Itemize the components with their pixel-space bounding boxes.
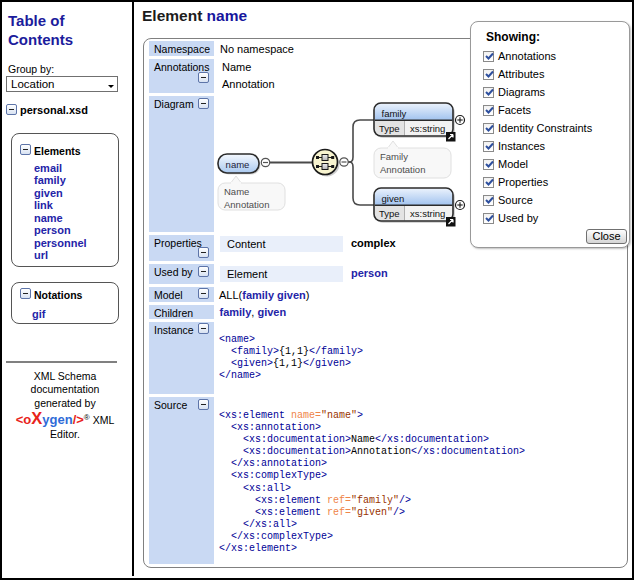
svg-text:Annotation: Annotation xyxy=(380,164,425,175)
svg-text:Type: Type xyxy=(379,123,400,134)
svg-text:Family: Family xyxy=(380,151,408,162)
svg-text:xs:string: xs:string xyxy=(410,123,445,134)
svg-text:name: name xyxy=(226,159,250,170)
svg-text:given: given xyxy=(382,193,405,204)
svg-text:family: family xyxy=(382,108,407,119)
svg-text:Annotation: Annotation xyxy=(224,199,269,210)
svg-text:Type: Type xyxy=(379,208,400,219)
svg-text:Name: Name xyxy=(224,186,249,197)
svg-text:xs:string: xs:string xyxy=(410,208,445,219)
